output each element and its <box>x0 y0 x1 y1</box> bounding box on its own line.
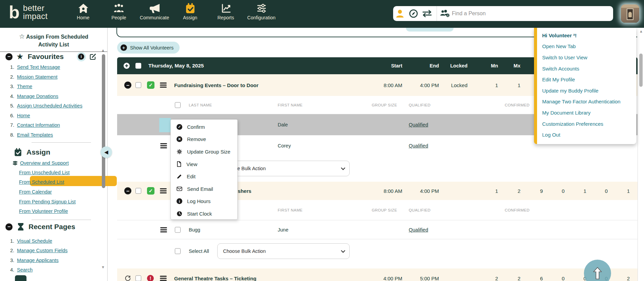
date-select-checkbox[interactable] <box>135 63 141 69</box>
star-outline-icon: ☆ <box>19 33 25 40</box>
qualified-link[interactable]: Qualified <box>409 122 428 127</box>
qualified-link[interactable]: Qualified <box>409 227 428 233</box>
link-contact-information[interactable]: Contact Information <box>17 122 60 128</box>
home-icon <box>78 3 89 14</box>
table-right-border <box>638 57 638 281</box>
menu-item-log-hours[interactable]: i Log Hours <box>171 195 237 208</box>
nav-item-configuration[interactable]: Configuration <box>243 3 280 20</box>
profile-avatar[interactable] <box>621 4 639 23</box>
link-home[interactable]: Home <box>17 113 30 118</box>
collapse-activity-icon[interactable]: − <box>124 82 131 89</box>
menu-item-greeting: Hi Volunteer ²! <box>537 30 636 41</box>
calendar-check-icon <box>14 148 22 157</box>
link-visual-schedule[interactable]: Visual Schedule <box>17 238 52 244</box>
menu-item-update-buddy-profile[interactable]: Update my Buddy Profile <box>537 85 636 96</box>
page-scrollbar-thumb[interactable] <box>639 54 643 87</box>
menu-item-send-email[interactable]: Send Email <box>171 183 237 195</box>
menu-item-confirm[interactable]: ✓ Confirm <box>171 121 237 133</box>
menu-item-remove[interactable]: ✕ Remove <box>171 133 237 146</box>
favourite-item: 8.Email Templates <box>0 130 98 140</box>
people-gear-icon <box>438 6 452 21</box>
row-menu-icon[interactable] <box>160 226 167 233</box>
activity-checkbox[interactable] <box>135 276 141 281</box>
sidebar-item-from-volunteer-profile: From Volunteer Profile <box>19 207 68 216</box>
swap-arrows-icon[interactable] <box>420 6 434 21</box>
row-checkbox[interactable] <box>175 227 181 233</box>
link-manage-donations[interactable]: Manage Donations <box>17 94 58 99</box>
favourite-item: 4.Manage Donations <box>0 91 98 101</box>
menu-item-switch-user-view[interactable]: Switch to User View <box>537 52 636 63</box>
menu-item-manage-2fa[interactable]: Manage Two Factor Authentication <box>537 96 636 107</box>
menu-item-start-clock[interactable]: Start Clock <box>171 207 237 220</box>
people-icon <box>113 3 125 14</box>
activity-menu-icon[interactable] <box>160 275 167 281</box>
info-icon[interactable]: i <box>77 52 86 61</box>
favourite-item: 7.Contact Information <box>0 120 98 130</box>
edit-favourites-icon[interactable] <box>89 53 97 61</box>
link-assign-unscheduled-activities[interactable]: Assign Unscheduled Activities <box>17 103 82 108</box>
link-manage-custom-fields[interactable]: Manage Custom Fields <box>17 248 68 253</box>
subtable-select-checkbox[interactable] <box>175 102 181 108</box>
activity-menu-icon[interactable] <box>160 82 167 89</box>
menu-trigger-highlight <box>159 118 171 132</box>
menu-item-edit[interactable]: Edit <box>171 170 237 183</box>
collapse-recent-icon[interactable]: − <box>5 223 13 230</box>
better-impact-logo[interactable]: b betterimpact <box>9 4 48 20</box>
nav-item-home[interactable]: Home <box>65 3 102 20</box>
volunteer-row-bugg[interactable]: Bugg June Qualified <box>117 220 638 239</box>
activity-row-ticketing: ! General Theatre Tasks – Ticketing 4:00… <box>117 268 638 281</box>
section-divider <box>32 142 91 143</box>
recurring-icon[interactable] <box>125 275 131 281</box>
menu-item-my-document-library[interactable]: My Document Library <box>537 107 636 118</box>
link-manage-applicants[interactable]: Manage Applicants <box>17 258 59 263</box>
activity-checkbox[interactable] <box>135 188 141 194</box>
menu-item-view[interactable]: View <box>171 158 237 170</box>
signpost-icon <box>12 160 18 166</box>
menu-item-open-new-tab[interactable]: Open New Tab <box>537 41 636 52</box>
section-divider <box>32 220 91 220</box>
link-search[interactable]: Search <box>17 267 33 273</box>
favourite-item: 6.Home <box>0 111 98 120</box>
nav-item-people[interactable]: People <box>100 3 137 20</box>
sidebar-scrollbar-thumb[interactable] <box>102 54 105 188</box>
collapse-favourites-icon[interactable]: − <box>5 53 13 60</box>
menu-item-edit-my-profile[interactable]: Edit My Profile <box>537 74 636 85</box>
sidebar-scroll-up[interactable]: ▲ <box>101 48 105 52</box>
link-email-templates[interactable]: Email Templates <box>17 132 53 138</box>
activity-checkbox[interactable] <box>135 82 141 88</box>
col-start: Start <box>391 57 402 74</box>
partially-hidden-button[interactable] <box>406 28 454 32</box>
clock-icon <box>177 211 182 217</box>
expand-all-icon[interactable] <box>123 62 130 69</box>
activity-menu-icon[interactable] <box>160 187 167 195</box>
link-theme[interactable]: Theme <box>17 84 32 89</box>
sidebar-collapse-button[interactable]: ◀ <box>100 146 112 158</box>
page-scroll-up[interactable]: ▲ <box>639 29 643 33</box>
green-check-icon[interactable]: ✓ <box>147 81 154 89</box>
show-all-volunteers-button[interactable]: + Show All Volunteers <box>117 42 180 54</box>
recent-item: 1.Visual Schedule <box>0 236 98 246</box>
row-menu-icon[interactable] <box>160 142 167 149</box>
nav-item-reports[interactable]: Reports <box>207 3 244 20</box>
nav-item-assign[interactable]: Assign <box>171 3 209 20</box>
menu-item-switch-accounts[interactable]: Switch Accounts <box>537 63 636 74</box>
bulk-action-select[interactable]: Choose Bulk Action <box>217 243 350 259</box>
qualified-link[interactable]: Qualified <box>409 143 428 148</box>
find-person-input[interactable] <box>452 7 613 20</box>
collapse-activity-icon[interactable]: − <box>124 187 131 195</box>
nav-item-communicate[interactable]: Communicate <box>136 3 173 20</box>
menu-item-update-group-size[interactable]: Update Group Size <box>171 145 237 158</box>
compass-icon[interactable] <box>407 6 420 21</box>
select-all-checkbox[interactable] <box>175 248 181 254</box>
link-mission-statement[interactable]: Mission Statement <box>17 74 57 80</box>
person-icon[interactable] <box>393 6 407 21</box>
sidebar-scroll-down[interactable]: ▼ <box>101 265 105 269</box>
link-send-text-message[interactable]: Send Text Message <box>17 64 60 70</box>
green-check-icon[interactable]: ✓ <box>147 187 154 195</box>
menu-item-customization-preferences[interactable]: Customization Preferences <box>537 118 636 129</box>
find-person-bar <box>393 6 613 21</box>
col-end: End <box>430 57 439 74</box>
line-chart-icon <box>220 3 232 14</box>
favourites-header: − ★ Favourites i <box>0 51 102 62</box>
menu-item-log-out[interactable]: Log Out <box>537 129 636 140</box>
